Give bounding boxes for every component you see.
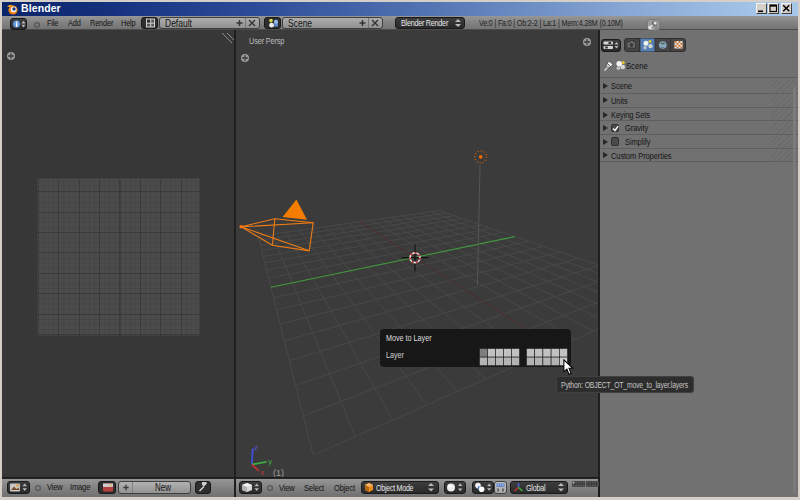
svg-text:(1): (1)	[273, 468, 284, 478]
svg-text:z: z	[254, 443, 258, 452]
svg-text:x: x	[260, 468, 264, 477]
svg-text:y: y	[268, 457, 272, 466]
